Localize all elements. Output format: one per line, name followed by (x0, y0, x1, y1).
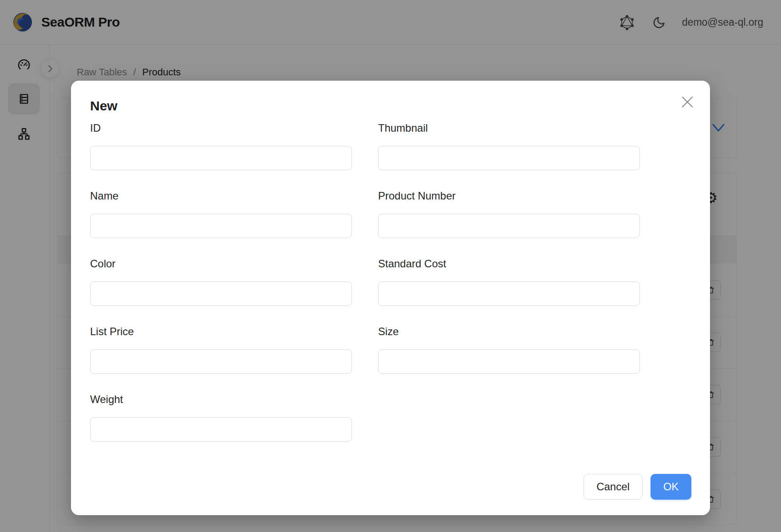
field-weight: Weight (90, 393, 352, 442)
field-name: Name (90, 189, 352, 238)
field-label-list-price: List Price (90, 325, 352, 338)
product-number-input[interactable] (378, 214, 640, 238)
field-label-name: Name (90, 189, 352, 202)
id-input[interactable] (90, 146, 352, 170)
modal-footer: Cancel OK (584, 474, 691, 500)
field-label-thumbnail: Thumbnail (378, 121, 640, 134)
list-price-input[interactable] (90, 349, 352, 374)
screen: SeaORM Pro (0, 0, 781, 532)
cancel-button[interactable]: Cancel (584, 474, 643, 500)
field-label-color: Color (90, 257, 352, 270)
field-label-size: Size (378, 325, 640, 338)
field-list-price: List Price (90, 325, 352, 374)
color-input[interactable] (90, 282, 352, 306)
field-id: ID (90, 121, 352, 170)
field-label-standard-cost: Standard Cost (378, 257, 640, 270)
thumbnail-input[interactable] (378, 146, 640, 170)
new-record-form: ID Thumbnail Name Product Number Color S… (90, 121, 710, 442)
standard-cost-input[interactable] (378, 282, 640, 306)
field-label-weight: Weight (90, 393, 352, 406)
modal-close-button[interactable] (677, 91, 698, 113)
field-color: Color (90, 257, 352, 306)
field-label-id: ID (90, 121, 352, 134)
field-product-number: Product Number (378, 189, 640, 238)
new-record-modal: New ID Thumbnail Name Product Number (71, 81, 710, 515)
field-standard-cost: Standard Cost (378, 257, 640, 306)
close-icon (681, 95, 694, 109)
ok-button[interactable]: OK (651, 474, 691, 500)
modal-title: New (90, 98, 710, 114)
weight-input[interactable] (90, 417, 352, 442)
size-input[interactable] (378, 349, 640, 374)
field-thumbnail: Thumbnail (378, 121, 640, 170)
field-size: Size (378, 325, 640, 374)
name-input[interactable] (90, 214, 352, 238)
field-label-product-number: Product Number (378, 189, 640, 202)
